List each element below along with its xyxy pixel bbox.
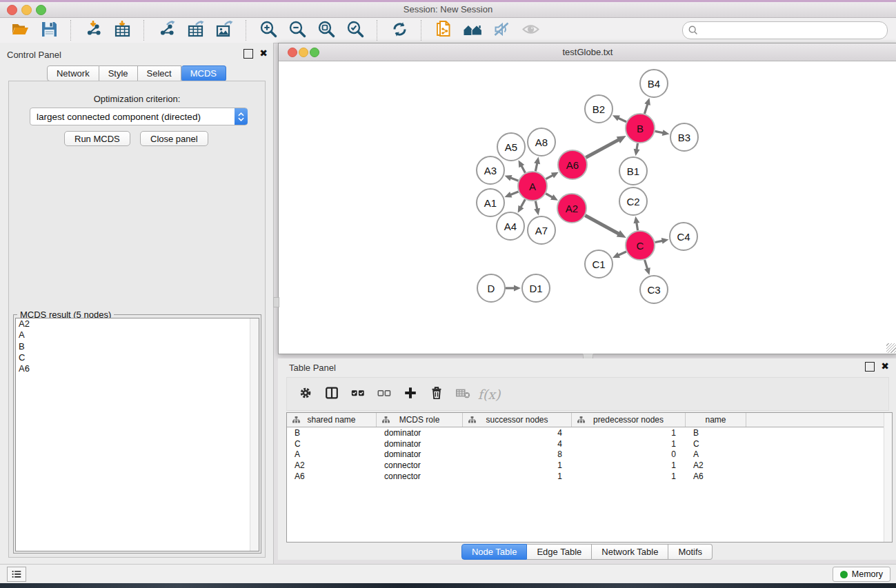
node-C4[interactable]: C4 — [670, 223, 697, 250]
criterion-dropdown[interactable]: largest connected component (directed) — [30, 108, 248, 125]
tab-node-table[interactable]: Node Table — [461, 544, 528, 560]
result-scrollbar[interactable] — [250, 318, 259, 551]
zoom-out-button[interactable] — [283, 19, 312, 41]
edge-A-A1[interactable] — [510, 192, 519, 195]
refresh-layout-button[interactable] — [385, 19, 414, 41]
table-row[interactable]: Cdominator41C — [287, 438, 892, 449]
node-D1[interactable]: D1 — [522, 274, 550, 302]
table-row[interactable]: A6connector11A6 — [287, 471, 892, 482]
edge-A6-B[interactable] — [586, 139, 619, 157]
result-item[interactable]: A6 — [16, 363, 259, 374]
tab-network[interactable]: Network — [47, 65, 99, 81]
window-resize-grip[interactable] — [886, 343, 896, 353]
table-row[interactable]: Adominator80A — [287, 449, 892, 460]
node-B3[interactable]: B3 — [670, 123, 698, 151]
search-box[interactable] — [682, 21, 888, 39]
table-row[interactable]: Bdominator41B — [287, 427, 892, 438]
column-header-label: predecessor nodes — [593, 415, 664, 425]
mute-button[interactable] — [487, 19, 516, 41]
criterion-dropdown-value: largest connected component (directed) — [30, 112, 235, 122]
delete-table-icon — [455, 385, 470, 403]
float-panel-icon[interactable] — [243, 49, 253, 59]
column-header-successor-nodes[interactable]: successor nodes — [463, 413, 572, 427]
table-row[interactable]: A2connector11A2 — [287, 460, 892, 471]
deselect-all-button[interactable] — [371, 383, 397, 406]
tab-select[interactable]: Select — [138, 65, 181, 81]
node-B4[interactable]: B4 — [640, 70, 668, 97]
toggle-column-button[interactable] — [319, 383, 345, 406]
node-A5[interactable]: A5 — [497, 133, 525, 161]
node-C2[interactable]: C2 — [619, 187, 647, 215]
node-B2[interactable]: B2 — [585, 95, 613, 123]
network-canvas[interactable]: B4B2BB3A5A8A6A3B1AA1C2A2A4A7CC4C1C3DD1 — [279, 61, 895, 352]
memory-button[interactable]: Memory — [833, 567, 890, 582]
node-A8[interactable]: A8 — [528, 128, 555, 156]
edge-B-B2[interactable] — [617, 118, 626, 122]
open-session-button[interactable] — [6, 19, 34, 41]
node-A2[interactable]: A2 — [557, 194, 586, 223]
node-A6[interactable]: A6 — [558, 150, 587, 179]
eye-button[interactable] — [516, 19, 545, 41]
export-network-button[interactable] — [152, 19, 181, 41]
import-network-button[interactable] — [79, 19, 108, 41]
edge-C-C3[interactable] — [645, 260, 648, 270]
import-table-icon — [113, 20, 132, 41]
panel-menu-button[interactable] — [7, 567, 26, 582]
search-input[interactable] — [698, 23, 887, 37]
column-header-predecessor-nodes[interactable]: predecessor nodes — [572, 413, 686, 427]
import-table-button[interactable] — [108, 19, 137, 41]
home-button[interactable] — [458, 19, 487, 41]
node-C1[interactable]: C1 — [585, 250, 613, 278]
zoom-fit-button[interactable] — [312, 19, 341, 41]
column-header-MCDS-role[interactable]: MCDS role — [377, 413, 463, 427]
float-table-panel-icon[interactable] — [865, 362, 875, 372]
close-panel-button[interactable]: Close panel — [140, 131, 208, 146]
node-A4[interactable]: A4 — [497, 212, 524, 240]
export-table-button[interactable] — [181, 19, 210, 41]
delete-column-button[interactable] — [424, 383, 450, 406]
zoom-selected-button[interactable] — [341, 19, 370, 41]
table-cell: 1 — [572, 428, 686, 438]
edge-C-C1[interactable] — [617, 252, 626, 256]
column-header-name[interactable]: name — [686, 413, 746, 427]
table-scrollbar[interactable] — [884, 413, 892, 542]
close-table-panel-icon[interactable]: ✖ — [881, 362, 889, 372]
node-C3[interactable]: C3 — [640, 276, 668, 303]
result-item[interactable]: A2 — [16, 318, 259, 330]
tab-style[interactable]: Style — [99, 65, 138, 81]
node-A3[interactable]: A3 — [477, 156, 504, 184]
node-B1[interactable]: B1 — [619, 157, 647, 185]
node-label-C1: C1 — [592, 258, 605, 270]
add-column-button[interactable] — [397, 383, 424, 406]
zoom-in-button[interactable] — [254, 19, 283, 41]
tab-mcds[interactable]: MCDS — [181, 65, 226, 81]
close-panel-icon[interactable]: ✖ — [259, 49, 268, 59]
edge-B-B4[interactable] — [644, 103, 648, 114]
result-item[interactable]: B — [16, 341, 259, 352]
result-item[interactable]: C — [16, 352, 259, 363]
mute-icon — [492, 20, 511, 41]
node-C[interactable]: C — [626, 231, 655, 260]
node-B[interactable]: B — [626, 114, 655, 143]
vertical-divider-handle[interactable] — [273, 297, 279, 307]
edge-A2-C[interactable] — [585, 216, 619, 234]
result-item[interactable]: A — [16, 330, 259, 341]
column-header-shared-name[interactable]: shared name — [287, 413, 377, 427]
node-A1[interactable]: A1 — [477, 189, 504, 216]
node-D[interactable]: D — [477, 274, 505, 302]
tab-network-table[interactable]: Network Table — [592, 544, 668, 560]
tab-motifs[interactable]: Motifs — [668, 544, 713, 560]
save-session-button[interactable] — [34, 19, 63, 41]
edge-arrow-B-B1 — [634, 149, 640, 156]
network-window-titlebar[interactable]: testGlobe.txt — [279, 43, 896, 61]
edge-A-A4[interactable] — [520, 199, 525, 207]
node-label-D1: D1 — [529, 283, 542, 294]
run-mcds-button[interactable]: Run MCDS — [64, 131, 130, 146]
export-image-button[interactable] — [210, 19, 239, 41]
tab-edge-table[interactable]: Edge Table — [527, 544, 592, 560]
node-A[interactable]: A — [518, 172, 547, 201]
select-all-button[interactable] — [345, 383, 371, 406]
table-settings-gear-button[interactable] — [292, 383, 319, 406]
ndex-document-button[interactable] — [429, 19, 458, 41]
node-A7[interactable]: A7 — [528, 216, 555, 244]
